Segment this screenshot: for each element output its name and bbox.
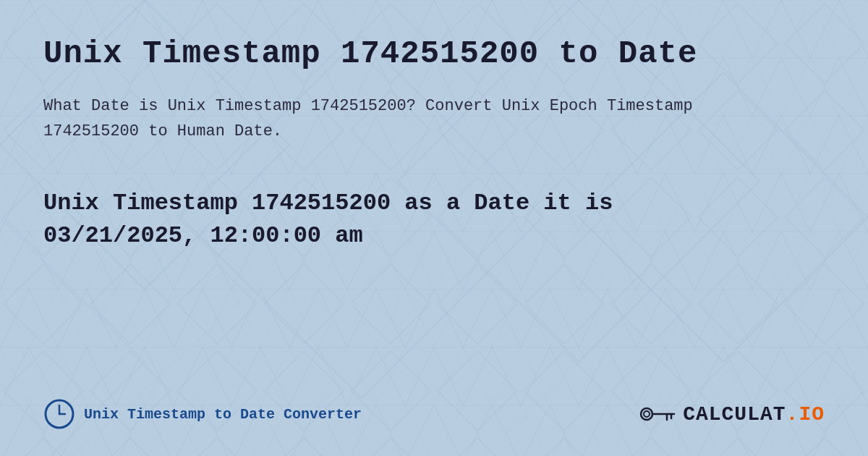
footer-converter-link[interactable]: Unix Timestamp to Date Converter xyxy=(43,398,362,430)
svg-point-18 xyxy=(644,411,650,417)
svg-point-17 xyxy=(641,408,652,420)
result-text: Unix Timestamp 1742515200 as a Date it i… xyxy=(43,187,767,253)
clock-icon xyxy=(43,398,75,430)
brand-logo[interactable]: CALCULAT.IO xyxy=(639,401,825,427)
brand-icon xyxy=(639,401,677,427)
footer-label: Unix Timestamp to Date Converter xyxy=(84,406,362,423)
description-text: What Date is Unix Timestamp 1742515200? … xyxy=(43,93,694,144)
brand-name: CALCULAT.IO xyxy=(683,403,825,426)
page-title: Unix Timestamp 1742515200 to Date xyxy=(43,35,825,73)
